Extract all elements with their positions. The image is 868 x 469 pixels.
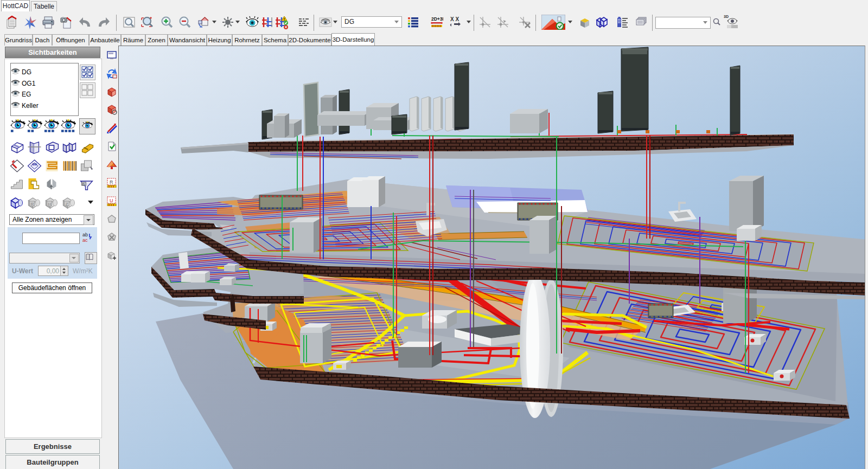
svg-text:R: R [110,179,113,185]
svg-text:R: R [31,202,34,207]
svg-text:X X: X X [450,16,459,22]
svg-text:D: D [82,183,85,186]
svg-text:2D+3D: 2D+3D [431,16,443,22]
svg-text:ab: ab [82,232,88,237]
svg-text:3D: 3D [724,15,729,18]
svg-text:ac: ac [82,237,88,243]
svg-text:U: U [110,198,113,203]
svg-text:H: H [48,202,52,207]
svg-text:Z: Z [66,202,68,207]
svg-text:BB: BB [33,163,37,166]
svg-text:!: ! [284,17,285,21]
